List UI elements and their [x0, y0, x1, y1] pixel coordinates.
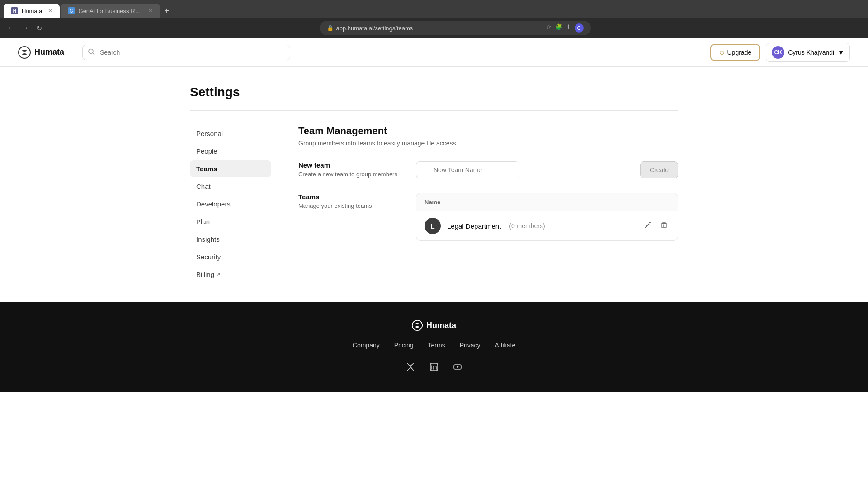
forward-button[interactable]: →	[20, 22, 31, 34]
extensions-icon[interactable]: 🧩	[555, 23, 562, 33]
settings-layout: Personal People Teams Chat Developers Pl…	[190, 125, 678, 284]
team-input-wrap	[416, 161, 636, 178]
user-name: Cyrus Khajvandi	[788, 49, 834, 56]
teams-label-col: Teams Manage your existing teams	[298, 193, 398, 209]
footer-logo-icon	[412, 320, 423, 331]
new-team-desc: Create a new team to group members	[298, 171, 398, 178]
reload-button[interactable]: ↻	[34, 22, 44, 34]
settings-nav: Personal People Teams Chat Developers Pl…	[190, 125, 271, 284]
footer-link-terms[interactable]: Terms	[428, 342, 445, 349]
download-icon[interactable]: ⬇	[566, 23, 571, 33]
settings-main: Team Management Group members into teams…	[298, 125, 678, 284]
avatar: CK	[772, 46, 784, 59]
new-team-form-row: New team Create a new team to group memb…	[298, 161, 678, 178]
sidebar-item-insights[interactable]: Insights	[190, 231, 271, 248]
sidebar-item-security[interactable]: Security	[190, 249, 271, 265]
team-actions	[642, 220, 670, 232]
upgrade-icon: ⊙	[719, 49, 725, 56]
delete-team-button[interactable]	[659, 220, 670, 232]
create-team-button[interactable]: Create	[640, 161, 678, 178]
team-avatar: L	[425, 218, 441, 234]
upgrade-button[interactable]: ⊙ Upgrade	[710, 44, 761, 61]
edit-team-button[interactable]	[642, 220, 653, 232]
billing-label: Billing	[196, 271, 214, 278]
teams-table: Name L Legal Department (0 members)	[416, 193, 678, 241]
section-desc: Group members into teams to easily manag…	[298, 140, 678, 147]
teams-list-form-row: Teams Manage your existing teams Name L …	[298, 193, 678, 241]
header-right: ⊙ Upgrade CK Cyrus Khajvandi ▼	[710, 43, 850, 62]
upgrade-label: Upgrade	[727, 49, 752, 56]
teams-control-col: Name L Legal Department (0 members)	[416, 193, 678, 241]
section-title: Team Management	[298, 125, 678, 137]
sidebar-item-people[interactable]: People	[190, 143, 271, 160]
footer-social	[9, 360, 859, 374]
new-team-input-row: Create	[416, 161, 678, 178]
sidebar-item-billing[interactable]: Billing ↗	[190, 266, 271, 283]
logo-icon	[18, 46, 31, 59]
bookmark-icon[interactable]: ☆	[546, 23, 552, 33]
search-bar[interactable]	[82, 45, 290, 60]
sidebar-item-teams[interactable]: Teams	[190, 160, 271, 177]
footer-link-privacy[interactable]: Privacy	[460, 342, 481, 349]
app-header: Humata ⊙ Upgrade CK Cyrus Khajvandi ▼	[0, 38, 868, 67]
footer-links: Company Pricing Terms Privacy Affiliate	[9, 342, 859, 349]
linkedin-icon[interactable]	[427, 360, 441, 374]
new-team-control-col: Create	[416, 161, 678, 178]
page-content: Settings Personal People Teams Chat Deve…	[163, 67, 705, 302]
table-row: L Legal Department (0 members)	[416, 211, 678, 240]
user-menu-button[interactable]: CK Cyrus Khajvandi ▼	[766, 43, 850, 62]
tab-humata[interactable]: H Humata ✕	[4, 4, 60, 18]
tab-close-humata[interactable]: ✕	[48, 8, 52, 14]
footer-link-pricing[interactable]: Pricing	[394, 342, 414, 349]
teams-table-header: Name	[416, 193, 678, 211]
teams-desc: Manage your existing teams	[298, 202, 398, 209]
footer-link-company[interactable]: Company	[353, 342, 380, 349]
sidebar-item-personal[interactable]: Personal	[190, 125, 271, 142]
tab-genai[interactable]: G GenAI for Business Research... ✕	[61, 4, 160, 18]
profile-icon[interactable]: C	[575, 23, 584, 33]
tab-label-genai: GenAI for Business Research...	[79, 8, 143, 14]
search-icon	[88, 48, 95, 56]
footer-logo-text: Humata	[426, 321, 456, 330]
external-link-icon: ↗	[216, 272, 220, 277]
lock-icon: 🔒	[327, 25, 334, 31]
footer-link-affiliate[interactable]: Affiliate	[495, 342, 516, 349]
teams-label: Teams	[298, 193, 398, 201]
url-display[interactable]: app.humata.ai/settings/teams	[336, 25, 413, 32]
new-team-label: New team	[298, 161, 398, 169]
svg-point-6	[412, 320, 422, 330]
sidebar-item-developers[interactable]: Developers	[190, 196, 271, 212]
team-name: Legal Department	[447, 222, 501, 230]
avatar-initials: CK	[774, 49, 782, 56]
tab-label-humata: Humata	[22, 8, 42, 14]
tab-favicon-genai: G	[68, 7, 75, 14]
footer-logo: Humata	[9, 320, 859, 331]
youtube-icon[interactable]	[450, 360, 465, 374]
sidebar-item-plan[interactable]: Plan	[190, 213, 271, 230]
new-team-label-col: New team Create a new team to group memb…	[298, 161, 398, 178]
chevron-down-icon: ▼	[838, 49, 844, 56]
page-title: Settings	[190, 85, 678, 99]
back-button[interactable]: ←	[5, 22, 16, 34]
new-tab-button[interactable]: +	[161, 5, 173, 18]
tab-favicon-humata: H	[11, 7, 18, 14]
logo[interactable]: Humata	[18, 46, 64, 59]
page-divider	[190, 110, 678, 111]
twitter-icon[interactable]	[403, 360, 418, 374]
new-team-name-input[interactable]	[416, 161, 519, 178]
svg-point-0	[19, 47, 30, 58]
svg-line-2	[93, 53, 94, 55]
footer: Humata Company Pricing Terms Privacy Aff…	[0, 302, 868, 392]
tab-close-genai[interactable]: ✕	[148, 8, 153, 14]
logo-text: Humata	[34, 47, 64, 57]
sidebar-item-chat[interactable]: Chat	[190, 178, 271, 195]
svg-rect-5	[662, 223, 666, 228]
search-input[interactable]	[82, 45, 290, 60]
team-members-count: (0 members)	[509, 222, 545, 230]
